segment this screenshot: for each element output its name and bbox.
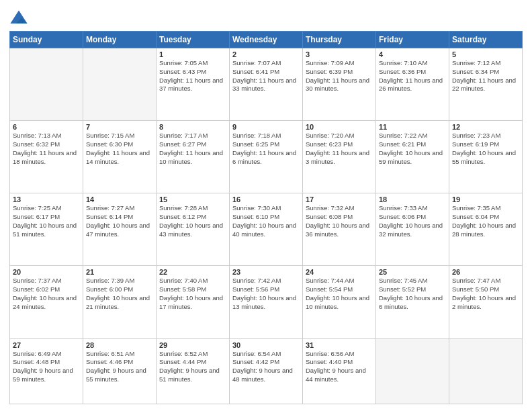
calendar-cell: 2Sunrise: 7:07 AM Sunset: 6:41 PM Daylig… <box>230 48 303 121</box>
calendar-cell: 18Sunrise: 7:33 AM Sunset: 6:06 PM Dayli… <box>376 193 449 266</box>
calendar-cell: 7Sunrise: 7:15 AM Sunset: 6:30 PM Daylig… <box>83 121 157 193</box>
day-info: Sunrise: 6:52 AM Sunset: 4:44 PM Dayligh… <box>159 350 226 384</box>
day-info: Sunrise: 6:49 AM Sunset: 4:48 PM Dayligh… <box>13 350 80 384</box>
day-number: 3 <box>306 50 373 58</box>
calendar-cell: 25Sunrise: 7:45 AM Sunset: 5:52 PM Dayli… <box>376 266 449 338</box>
calendar-cell <box>83 48 157 121</box>
calendar-cell: 19Sunrise: 7:35 AM Sunset: 6:04 PM Dayli… <box>449 193 523 266</box>
logo <box>9 9 31 28</box>
weekday-header-saturday: Saturday <box>449 32 523 48</box>
calendar-cell: 1Sunrise: 7:05 AM Sunset: 6:43 PM Daylig… <box>157 48 230 121</box>
day-number: 29 <box>159 341 226 349</box>
calendar-cell: 26Sunrise: 7:47 AM Sunset: 5:50 PM Dayli… <box>449 266 523 338</box>
day-number: 19 <box>452 195 519 203</box>
day-number: 13 <box>13 195 80 203</box>
weekday-header-thursday: Thursday <box>303 32 376 48</box>
day-info: Sunrise: 7:05 AM Sunset: 6:43 PM Dayligh… <box>159 59 226 93</box>
calendar-cell: 23Sunrise: 7:42 AM Sunset: 5:56 PM Dayli… <box>230 266 303 338</box>
calendar-week-1: 1Sunrise: 7:05 AM Sunset: 6:43 PM Daylig… <box>10 48 523 121</box>
day-info: Sunrise: 7:35 AM Sunset: 6:04 PM Dayligh… <box>452 204 519 238</box>
day-number: 7 <box>86 123 153 131</box>
calendar-week-3: 13Sunrise: 7:25 AM Sunset: 6:17 PM Dayli… <box>10 193 523 266</box>
calendar-cell: 8Sunrise: 7:17 AM Sunset: 6:27 PM Daylig… <box>157 121 230 193</box>
calendar-cell: 20Sunrise: 7:37 AM Sunset: 6:02 PM Dayli… <box>10 266 83 338</box>
calendar-cell: 14Sunrise: 7:27 AM Sunset: 6:14 PM Dayli… <box>83 193 157 266</box>
day-info: Sunrise: 7:32 AM Sunset: 6:08 PM Dayligh… <box>306 204 373 238</box>
calendar-cell <box>376 338 449 404</box>
day-info: Sunrise: 7:45 AM Sunset: 5:52 PM Dayligh… <box>379 277 446 311</box>
calendar-cell: 12Sunrise: 7:23 AM Sunset: 6:19 PM Dayli… <box>449 121 523 193</box>
day-number: 12 <box>452 123 519 131</box>
weekday-header-sunday: Sunday <box>10 32 83 48</box>
calendar-cell: 27Sunrise: 6:49 AM Sunset: 4:48 PM Dayli… <box>10 338 83 404</box>
day-number: 11 <box>379 123 446 131</box>
calendar-cell: 29Sunrise: 6:52 AM Sunset: 4:44 PM Dayli… <box>157 338 230 404</box>
day-info: Sunrise: 7:47 AM Sunset: 5:50 PM Dayligh… <box>452 277 519 311</box>
calendar-cell: 17Sunrise: 7:32 AM Sunset: 6:08 PM Dayli… <box>303 193 376 266</box>
day-number: 10 <box>306 123 373 131</box>
day-number: 20 <box>13 268 80 276</box>
day-info: Sunrise: 7:40 AM Sunset: 5:58 PM Dayligh… <box>159 277 226 311</box>
calendar-cell: 5Sunrise: 7:12 AM Sunset: 6:34 PM Daylig… <box>449 48 523 121</box>
logo-icon <box>9 9 28 28</box>
calendar-cell: 24Sunrise: 7:44 AM Sunset: 5:54 PM Dayli… <box>303 266 376 338</box>
day-info: Sunrise: 7:15 AM Sunset: 6:30 PM Dayligh… <box>86 132 153 166</box>
day-number: 24 <box>306 268 373 276</box>
calendar-cell: 4Sunrise: 7:10 AM Sunset: 6:36 PM Daylig… <box>376 48 449 121</box>
day-number: 27 <box>13 341 80 349</box>
calendar-cell: 9Sunrise: 7:18 AM Sunset: 6:25 PM Daylig… <box>230 121 303 193</box>
day-number: 26 <box>452 268 519 276</box>
day-info: Sunrise: 7:18 AM Sunset: 6:25 PM Dayligh… <box>232 132 300 166</box>
day-info: Sunrise: 7:37 AM Sunset: 6:02 PM Dayligh… <box>13 277 80 311</box>
calendar-cell: 6Sunrise: 7:13 AM Sunset: 6:32 PM Daylig… <box>10 121 83 193</box>
weekday-header-friday: Friday <box>376 32 449 48</box>
day-info: Sunrise: 6:56 AM Sunset: 4:40 PM Dayligh… <box>306 350 373 384</box>
calendar-cell: 13Sunrise: 7:25 AM Sunset: 6:17 PM Dayli… <box>10 193 83 266</box>
day-info: Sunrise: 7:13 AM Sunset: 6:32 PM Dayligh… <box>13 132 80 166</box>
page: SundayMondayTuesdayWednesdayThursdayFrid… <box>0 0 532 411</box>
day-number: 18 <box>379 195 446 203</box>
day-number: 4 <box>379 50 446 58</box>
calendar-cell: 11Sunrise: 7:22 AM Sunset: 6:21 PM Dayli… <box>376 121 449 193</box>
weekday-header-monday: Monday <box>83 32 157 48</box>
day-info: Sunrise: 7:09 AM Sunset: 6:39 PM Dayligh… <box>306 59 373 93</box>
calendar-cell: 30Sunrise: 6:54 AM Sunset: 4:42 PM Dayli… <box>230 338 303 404</box>
weekday-header-tuesday: Tuesday <box>157 32 230 48</box>
calendar-cell <box>10 48 83 121</box>
day-info: Sunrise: 7:27 AM Sunset: 6:14 PM Dayligh… <box>86 204 153 238</box>
day-number: 21 <box>86 268 153 276</box>
day-info: Sunrise: 7:42 AM Sunset: 5:56 PM Dayligh… <box>232 277 300 311</box>
day-number: 31 <box>306 341 373 349</box>
weekday-header-wednesday: Wednesday <box>230 32 303 48</box>
day-number: 17 <box>306 195 373 203</box>
day-info: Sunrise: 7:28 AM Sunset: 6:12 PM Dayligh… <box>159 204 226 238</box>
calendar-cell: 10Sunrise: 7:20 AM Sunset: 6:23 PM Dayli… <box>303 121 376 193</box>
day-number: 8 <box>159 123 226 131</box>
calendar-cell: 21Sunrise: 7:39 AM Sunset: 6:00 PM Dayli… <box>83 266 157 338</box>
day-number: 15 <box>159 195 226 203</box>
day-number: 30 <box>232 341 300 349</box>
day-info: Sunrise: 7:25 AM Sunset: 6:17 PM Dayligh… <box>13 204 80 238</box>
day-info: Sunrise: 7:12 AM Sunset: 6:34 PM Dayligh… <box>452 59 519 93</box>
calendar-week-4: 20Sunrise: 7:37 AM Sunset: 6:02 PM Dayli… <box>10 266 523 338</box>
day-number: 6 <box>13 123 80 131</box>
calendar-cell: 22Sunrise: 7:40 AM Sunset: 5:58 PM Dayli… <box>157 266 230 338</box>
day-info: Sunrise: 7:33 AM Sunset: 6:06 PM Dayligh… <box>379 204 446 238</box>
calendar-cell <box>449 338 523 404</box>
day-info: Sunrise: 7:20 AM Sunset: 6:23 PM Dayligh… <box>306 132 373 166</box>
calendar-table: SundayMondayTuesdayWednesdayThursdayFrid… <box>9 31 523 404</box>
day-number: 16 <box>232 195 300 203</box>
calendar-week-2: 6Sunrise: 7:13 AM Sunset: 6:32 PM Daylig… <box>10 121 523 193</box>
day-info: Sunrise: 7:23 AM Sunset: 6:19 PM Dayligh… <box>452 132 519 166</box>
calendar-cell: 15Sunrise: 7:28 AM Sunset: 6:12 PM Dayli… <box>157 193 230 266</box>
day-number: 23 <box>232 268 300 276</box>
day-number: 2 <box>232 50 300 58</box>
day-info: Sunrise: 6:51 AM Sunset: 4:46 PM Dayligh… <box>86 350 153 384</box>
calendar-week-5: 27Sunrise: 6:49 AM Sunset: 4:48 PM Dayli… <box>10 338 523 404</box>
header <box>9 7 523 28</box>
day-number: 9 <box>232 123 300 131</box>
day-info: Sunrise: 7:22 AM Sunset: 6:21 PM Dayligh… <box>379 132 446 166</box>
day-number: 22 <box>159 268 226 276</box>
day-info: Sunrise: 7:10 AM Sunset: 6:36 PM Dayligh… <box>379 59 446 93</box>
day-info: Sunrise: 7:17 AM Sunset: 6:27 PM Dayligh… <box>159 132 226 166</box>
